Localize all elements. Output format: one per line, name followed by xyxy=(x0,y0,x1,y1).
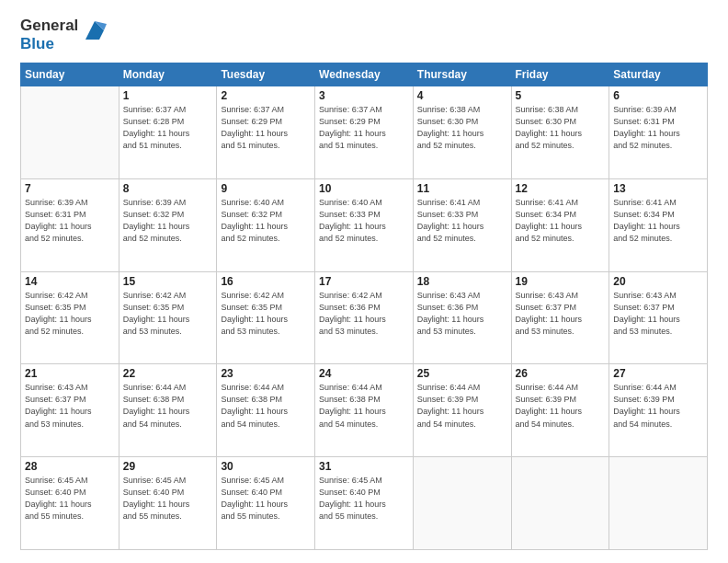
day-header-tuesday: Tuesday xyxy=(217,63,315,86)
calendar-cell: 16Sunrise: 6:42 AM Sunset: 6:35 PM Dayli… xyxy=(217,271,315,364)
day-header-wednesday: Wednesday xyxy=(315,63,414,86)
day-number: 3 xyxy=(319,89,409,102)
calendar-cell: 7Sunrise: 6:39 AM Sunset: 6:31 PM Daylig… xyxy=(21,178,119,271)
cell-info: Sunrise: 6:43 AM Sunset: 6:37 PM Dayligh… xyxy=(25,382,115,430)
calendar-cell xyxy=(511,457,609,550)
calendar-header-row: SundayMondayTuesdayWednesdayThursdayFrid… xyxy=(21,63,708,86)
calendar-cell: 18Sunrise: 6:43 AM Sunset: 6:36 PM Dayli… xyxy=(413,271,511,364)
calendar-cell: 10Sunrise: 6:40 AM Sunset: 6:33 PM Dayli… xyxy=(315,178,414,271)
calendar-cell: 14Sunrise: 6:42 AM Sunset: 6:35 PM Dayli… xyxy=(21,271,119,364)
calendar-cell: 22Sunrise: 6:44 AM Sunset: 6:38 PM Dayli… xyxy=(119,364,217,457)
day-header-saturday: Saturday xyxy=(609,63,708,86)
cell-info: Sunrise: 6:45 AM Sunset: 6:40 PM Dayligh… xyxy=(319,475,409,523)
cell-info: Sunrise: 6:37 AM Sunset: 6:28 PM Dayligh… xyxy=(123,104,213,152)
cell-info: Sunrise: 6:44 AM Sunset: 6:38 PM Dayligh… xyxy=(319,382,409,430)
day-number: 24 xyxy=(319,367,409,380)
calendar-cell: 17Sunrise: 6:42 AM Sunset: 6:36 PM Dayli… xyxy=(315,271,414,364)
calendar-week-5: 28Sunrise: 6:45 AM Sunset: 6:40 PM Dayli… xyxy=(21,457,708,550)
day-number: 22 xyxy=(123,367,213,380)
logo-icon xyxy=(81,17,108,44)
cell-info: Sunrise: 6:41 AM Sunset: 6:33 PM Dayligh… xyxy=(417,197,507,245)
calendar-cell: 21Sunrise: 6:43 AM Sunset: 6:37 PM Dayli… xyxy=(21,364,119,457)
cell-info: Sunrise: 6:40 AM Sunset: 6:32 PM Dayligh… xyxy=(221,197,311,245)
cell-info: Sunrise: 6:43 AM Sunset: 6:37 PM Dayligh… xyxy=(516,290,606,338)
day-number: 26 xyxy=(516,367,606,380)
calendar-cell: 6Sunrise: 6:39 AM Sunset: 6:31 PM Daylig… xyxy=(609,86,708,179)
day-number: 17 xyxy=(319,275,409,288)
header: General Blue xyxy=(20,17,708,53)
day-number: 16 xyxy=(221,275,311,288)
calendar-cell: 8Sunrise: 6:39 AM Sunset: 6:32 PM Daylig… xyxy=(119,178,217,271)
logo: General Blue xyxy=(20,17,108,53)
cell-info: Sunrise: 6:38 AM Sunset: 6:30 PM Dayligh… xyxy=(516,104,606,152)
day-number: 9 xyxy=(221,182,311,195)
day-number: 31 xyxy=(319,460,409,473)
day-number: 5 xyxy=(516,89,606,102)
calendar-cell xyxy=(21,86,119,179)
day-number: 4 xyxy=(417,89,507,102)
day-number: 21 xyxy=(25,367,115,380)
day-number: 30 xyxy=(221,460,311,473)
logo-blue: Blue xyxy=(20,35,78,53)
calendar-cell: 11Sunrise: 6:41 AM Sunset: 6:33 PM Dayli… xyxy=(413,178,511,271)
cell-info: Sunrise: 6:37 AM Sunset: 6:29 PM Dayligh… xyxy=(319,104,409,152)
cell-info: Sunrise: 6:39 AM Sunset: 6:31 PM Dayligh… xyxy=(25,197,115,245)
cell-info: Sunrise: 6:42 AM Sunset: 6:35 PM Dayligh… xyxy=(123,290,213,338)
calendar-cell: 27Sunrise: 6:44 AM Sunset: 6:39 PM Dayli… xyxy=(609,364,708,457)
cell-info: Sunrise: 6:38 AM Sunset: 6:30 PM Dayligh… xyxy=(417,104,507,152)
day-number: 19 xyxy=(516,275,606,288)
cell-info: Sunrise: 6:37 AM Sunset: 6:29 PM Dayligh… xyxy=(221,104,311,152)
day-number: 1 xyxy=(123,89,213,102)
day-header-monday: Monday xyxy=(119,63,217,86)
cell-info: Sunrise: 6:44 AM Sunset: 6:39 PM Dayligh… xyxy=(417,382,507,430)
calendar-week-2: 7Sunrise: 6:39 AM Sunset: 6:31 PM Daylig… xyxy=(21,178,708,271)
calendar-cell: 4Sunrise: 6:38 AM Sunset: 6:30 PM Daylig… xyxy=(413,86,511,179)
cell-info: Sunrise: 6:40 AM Sunset: 6:33 PM Dayligh… xyxy=(319,197,409,245)
page: General Blue SundayMondayTuesdayWednesda… xyxy=(0,0,728,563)
day-number: 29 xyxy=(123,460,213,473)
day-number: 10 xyxy=(319,182,409,195)
cell-info: Sunrise: 6:41 AM Sunset: 6:34 PM Dayligh… xyxy=(613,197,703,245)
calendar-week-4: 21Sunrise: 6:43 AM Sunset: 6:37 PM Dayli… xyxy=(21,364,708,457)
cell-info: Sunrise: 6:45 AM Sunset: 6:40 PM Dayligh… xyxy=(25,475,115,523)
calendar-cell: 15Sunrise: 6:42 AM Sunset: 6:35 PM Dayli… xyxy=(119,271,217,364)
calendar-week-1: 1Sunrise: 6:37 AM Sunset: 6:28 PM Daylig… xyxy=(21,86,708,179)
calendar-cell: 13Sunrise: 6:41 AM Sunset: 6:34 PM Dayli… xyxy=(609,178,708,271)
calendar-cell: 5Sunrise: 6:38 AM Sunset: 6:30 PM Daylig… xyxy=(511,86,609,179)
cell-info: Sunrise: 6:43 AM Sunset: 6:36 PM Dayligh… xyxy=(417,290,507,338)
calendar-cell: 9Sunrise: 6:40 AM Sunset: 6:32 PM Daylig… xyxy=(217,178,315,271)
cell-info: Sunrise: 6:45 AM Sunset: 6:40 PM Dayligh… xyxy=(123,475,213,523)
calendar-cell: 12Sunrise: 6:41 AM Sunset: 6:34 PM Dayli… xyxy=(511,178,609,271)
day-header-sunday: Sunday xyxy=(21,63,119,86)
day-number: 18 xyxy=(417,275,507,288)
day-number: 14 xyxy=(25,275,115,288)
calendar-cell: 20Sunrise: 6:43 AM Sunset: 6:37 PM Dayli… xyxy=(609,271,708,364)
cell-info: Sunrise: 6:41 AM Sunset: 6:34 PM Dayligh… xyxy=(516,197,606,245)
day-header-thursday: Thursday xyxy=(413,63,511,86)
calendar-cell: 30Sunrise: 6:45 AM Sunset: 6:40 PM Dayli… xyxy=(217,457,315,550)
cell-info: Sunrise: 6:42 AM Sunset: 6:36 PM Dayligh… xyxy=(319,290,409,338)
day-number: 8 xyxy=(123,182,213,195)
cell-info: Sunrise: 6:44 AM Sunset: 6:38 PM Dayligh… xyxy=(221,382,311,430)
calendar-cell: 28Sunrise: 6:45 AM Sunset: 6:40 PM Dayli… xyxy=(21,457,119,550)
cell-info: Sunrise: 6:45 AM Sunset: 6:40 PM Dayligh… xyxy=(221,475,311,523)
calendar-cell: 26Sunrise: 6:44 AM Sunset: 6:39 PM Dayli… xyxy=(511,364,609,457)
calendar-cell xyxy=(413,457,511,550)
day-number: 6 xyxy=(613,89,703,102)
calendar-cell: 3Sunrise: 6:37 AM Sunset: 6:29 PM Daylig… xyxy=(315,86,414,179)
calendar-table: SundayMondayTuesdayWednesdayThursdayFrid… xyxy=(20,63,708,550)
day-number: 13 xyxy=(613,182,703,195)
day-number: 20 xyxy=(613,275,703,288)
day-number: 11 xyxy=(417,182,507,195)
day-number: 28 xyxy=(25,460,115,473)
day-number: 2 xyxy=(221,89,311,102)
calendar-cell: 1Sunrise: 6:37 AM Sunset: 6:28 PM Daylig… xyxy=(119,86,217,179)
calendar-week-3: 14Sunrise: 6:42 AM Sunset: 6:35 PM Dayli… xyxy=(21,271,708,364)
calendar-cell: 25Sunrise: 6:44 AM Sunset: 6:39 PM Dayli… xyxy=(413,364,511,457)
logo-general: General xyxy=(20,17,78,35)
day-number: 23 xyxy=(221,367,311,380)
calendar-cell: 31Sunrise: 6:45 AM Sunset: 6:40 PM Dayli… xyxy=(315,457,414,550)
day-number: 27 xyxy=(613,367,703,380)
day-header-friday: Friday xyxy=(511,63,609,86)
cell-info: Sunrise: 6:39 AM Sunset: 6:32 PM Dayligh… xyxy=(123,197,213,245)
